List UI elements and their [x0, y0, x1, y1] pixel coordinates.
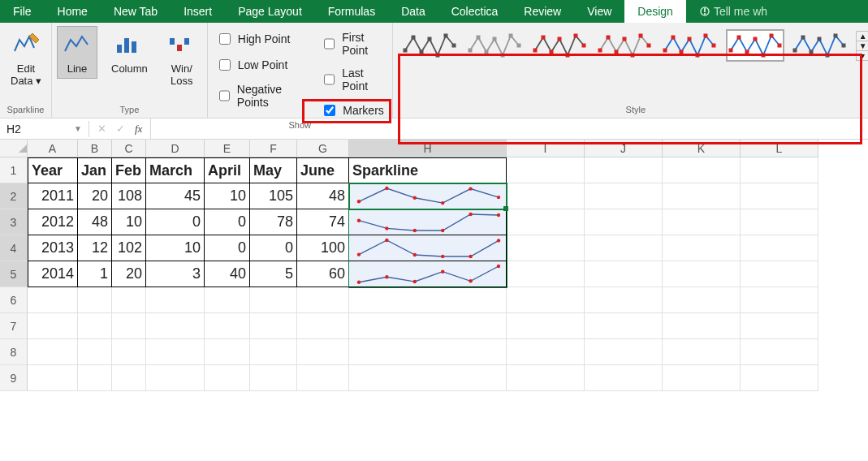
cell-H6[interactable] [349, 287, 507, 313]
cell-C3[interactable]: 10 [112, 209, 146, 235]
cell-C1[interactable]: Feb [112, 157, 146, 183]
cell-L2[interactable] [741, 183, 818, 209]
cell-H2[interactable] [349, 183, 507, 209]
cell-L9[interactable] [741, 365, 818, 391]
cell-F2[interactable]: 105 [250, 183, 297, 209]
cell-J9[interactable] [585, 365, 663, 391]
style-option-5[interactable] [661, 29, 719, 62]
col-header-B[interactable]: B [78, 140, 112, 157]
cell-G6[interactable] [297, 287, 349, 313]
cell-K3[interactable] [663, 209, 741, 235]
cell-C5[interactable]: 20 [112, 261, 146, 287]
tab-view[interactable]: View [574, 0, 624, 23]
cell-D6[interactable] [146, 287, 205, 313]
cell-D7[interactable] [146, 313, 205, 339]
cell-B5[interactable]: 1 [78, 261, 112, 287]
cell-E8[interactable] [205, 339, 250, 365]
cell-L3[interactable] [741, 209, 818, 235]
cell-K6[interactable] [663, 287, 741, 313]
cell-E7[interactable] [205, 313, 250, 339]
row-header-4[interactable]: 4 [0, 235, 28, 261]
tab-colectica[interactable]: Colectica [438, 0, 512, 23]
cell-K2[interactable] [663, 183, 741, 209]
cell-I7[interactable] [507, 313, 585, 339]
cell-K5[interactable] [663, 261, 741, 287]
tab-data[interactable]: Data [388, 0, 438, 23]
cell-H8[interactable] [349, 339, 507, 365]
cell-D4[interactable]: 10 [146, 235, 205, 261]
cancel-icon[interactable]: ✕ [97, 123, 106, 135]
cell-G2[interactable]: 48 [297, 183, 349, 209]
cell-I5[interactable] [507, 261, 585, 287]
cell-I6[interactable] [507, 287, 585, 313]
chk-high-point[interactable]: High Point [213, 29, 298, 49]
row-header-2[interactable]: 2 [0, 183, 28, 209]
row-header-7[interactable]: 7 [0, 313, 28, 339]
cell-J6[interactable] [585, 287, 663, 313]
row-header-8[interactable]: 8 [0, 339, 28, 365]
cell-C4[interactable]: 102 [112, 235, 146, 261]
cell-J7[interactable] [585, 313, 663, 339]
cell-B7[interactable] [78, 313, 112, 339]
cell-C8[interactable] [112, 339, 146, 365]
cell-G1[interactable]: June [297, 157, 349, 183]
cell-K7[interactable] [663, 313, 741, 339]
tab-page-layout[interactable]: Page Layout [225, 0, 315, 23]
cell-E9[interactable] [205, 365, 250, 391]
type-line-button[interactable]: Line [57, 26, 97, 79]
tab-design[interactable]: Design [624, 0, 686, 23]
tab-review[interactable]: Review [511, 0, 574, 23]
col-header-J[interactable]: J [585, 140, 663, 157]
col-header-I[interactable]: I [507, 140, 585, 157]
cell-G9[interactable] [297, 365, 349, 391]
cell-F8[interactable] [250, 339, 297, 365]
col-header-G[interactable]: G [297, 140, 349, 157]
cell-J1[interactable] [585, 157, 663, 183]
tab-new-tab[interactable]: New Tab [101, 0, 171, 23]
col-header-D[interactable]: D [146, 140, 205, 157]
cell-A5[interactable]: 2014 [28, 261, 78, 287]
cell-H4[interactable] [349, 235, 507, 261]
cell-C2[interactable]: 108 [112, 183, 146, 209]
cell-C7[interactable] [112, 313, 146, 339]
name-box[interactable]: H2▼ [0, 121, 89, 137]
cell-B1[interactable]: Jan [78, 157, 112, 183]
cell-A6[interactable] [28, 287, 78, 313]
cell-B4[interactable]: 12 [78, 235, 112, 261]
cell-J8[interactable] [585, 339, 663, 365]
cell-I9[interactable] [507, 365, 585, 391]
style-option-1[interactable] [401, 29, 460, 62]
cell-A8[interactable] [28, 339, 78, 365]
cell-F1[interactable]: May [250, 157, 297, 183]
cell-J5[interactable] [585, 261, 663, 287]
enter-icon[interactable]: ✓ [116, 123, 125, 135]
tell-me[interactable]: Tell me wh [686, 0, 780, 23]
cell-J4[interactable] [585, 235, 663, 261]
chk-negative-points[interactable]: Negative Points [213, 81, 298, 110]
col-header-C[interactable]: C [112, 140, 146, 157]
cell-I3[interactable] [507, 209, 585, 235]
cell-F6[interactable] [250, 287, 297, 313]
tab-file[interactable]: File [0, 0, 45, 23]
row-header-6[interactable]: 6 [0, 287, 28, 313]
cell-A7[interactable] [28, 313, 78, 339]
chk-first-point[interactable]: First Point [317, 29, 387, 58]
cell-J2[interactable] [585, 183, 663, 209]
cell-E1[interactable]: April [205, 157, 250, 183]
tab-home[interactable]: Home [45, 0, 101, 23]
cell-L8[interactable] [741, 339, 818, 365]
cell-E3[interactable]: 0 [205, 209, 250, 235]
cell-E4[interactable]: 0 [205, 235, 250, 261]
fill-handle[interactable] [503, 206, 508, 211]
cell-K4[interactable] [663, 235, 741, 261]
col-header-H[interactable]: H [349, 140, 507, 157]
cell-C6[interactable] [112, 287, 146, 313]
cell-B2[interactable]: 20 [78, 183, 112, 209]
cell-I4[interactable] [507, 235, 585, 261]
cell-A9[interactable] [28, 365, 78, 391]
style-option-7[interactable] [791, 29, 849, 62]
cell-K1[interactable] [663, 157, 741, 183]
select-all-corner[interactable] [0, 140, 28, 157]
cell-E6[interactable] [205, 287, 250, 313]
cell-C9[interactable] [112, 365, 146, 391]
